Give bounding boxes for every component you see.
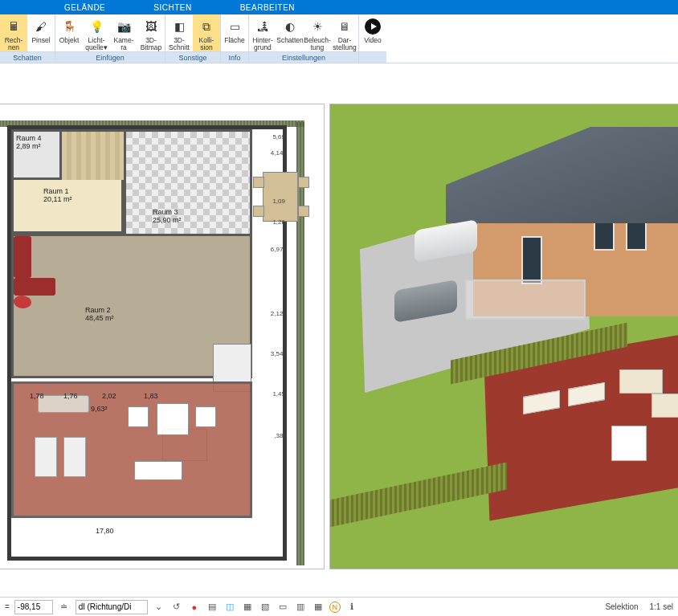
image-icon: 🖼 — [142, 18, 160, 35]
tab-gelaende[interactable]: GELÄNDE — [64, 3, 105, 12]
door-icon — [521, 236, 542, 284]
shadow-icon: ◐ — [281, 18, 299, 35]
info-icon[interactable]: ℹ — [345, 601, 358, 614]
bitmap-button[interactable]: 🖼3D- Bitmap — [137, 14, 165, 51]
sofa-icon — [14, 236, 31, 278]
lichtquelle-button[interactable]: 💡Licht- quelle▾ — [83, 14, 110, 51]
group-label-info: Info — [221, 51, 248, 63]
lighting-icon: ☀ — [308, 18, 326, 35]
main-tab-strip: GELÄNDE SICHTEN BEARBEITEN — [0, 0, 678, 14]
bench-icon — [134, 461, 182, 480]
balcony — [465, 279, 586, 320]
schnitt-button[interactable]: ◧3D- Schnitt — [165, 14, 193, 51]
wire-icon[interactable]: ▦ — [241, 601, 254, 614]
chair-icon — [298, 206, 309, 217]
house-3d — [446, 127, 678, 320]
layers-icon[interactable]: ▤ — [206, 601, 219, 614]
tab-bearbeiten[interactable]: BEARBEITEN — [240, 3, 295, 12]
room-4[interactable] — [14, 132, 62, 180]
sofa-icon — [14, 278, 55, 296]
status-bar: = ≐ ⌄ ↺ ● ▤ ◫ ▦ ▧ ▭ ▥ ▦ N ℹ Selektion 1:… — [0, 597, 678, 616]
window-icon — [626, 220, 647, 251]
video-button[interactable]: Video — [359, 14, 386, 51]
terrace[interactable] — [11, 381, 252, 518]
calculator-icon: 🖩 — [5, 18, 22, 35]
rechnen-button[interactable]: 🖩Rech- nen — [0, 14, 27, 51]
schatten-button[interactable]: ◐Schatten — [276, 14, 304, 51]
history-icon[interactable]: ↺ — [170, 601, 183, 614]
view2-icon[interactable]: ▥ — [294, 601, 307, 614]
staircase-icon — [62, 132, 126, 180]
lightbulb-icon: 💡 — [88, 18, 105, 35]
record-icon[interactable]: ● — [188, 601, 201, 614]
view-2d[interactable]: Raum 4 2,89 m² Raum 1 20,11 m² Raum 3 25… — [0, 104, 325, 569]
status-scale: 1:1 sel — [650, 602, 673, 611]
workspace: Raum 4 2,89 m² Raum 1 20,11 m² Raum 3 25… — [0, 63, 678, 577]
north-icon[interactable]: N — [329, 602, 341, 613]
ribbon-group-einfuegen: 🪑Objekt 💡Licht- quelle▾ 📷Kame- ra 🖼3D- B… — [55, 14, 165, 63]
chair-icon — [298, 177, 309, 188]
view-3d[interactable] — [329, 104, 678, 569]
brush-icon: 🖌 — [32, 18, 50, 35]
patio-chair-3d — [619, 369, 663, 394]
direction-select[interactable] — [76, 600, 148, 614]
tab-sichten[interactable]: SICHTEN — [153, 3, 191, 12]
objekt-button[interactable]: 🪑Objekt — [55, 14, 83, 51]
roof — [446, 127, 678, 223]
ribbon-group-schatten: 🖩Rech- nen 🖌Pinsel Schatten — [0, 14, 55, 63]
group-label-einfuegen: Einfügen — [55, 51, 165, 63]
ribbon-group-sonstige: ◧3D- Schnitt ⧉Kolli- sion Sonstige — [165, 14, 221, 63]
lounger-icon — [63, 437, 86, 477]
group-label-einstellungen: Einstellungen — [249, 51, 358, 63]
kollision-button[interactable]: ⧉Kolli- sion — [193, 14, 220, 51]
window-icon — [594, 220, 615, 251]
beleuchtung-button[interactable]: ☀Beleuch- tung — [304, 14, 331, 51]
flaeche-button[interactable]: ▭Fläche — [221, 14, 248, 51]
darstellung-button[interactable]: 🖥Dar- stellung — [331, 14, 358, 51]
table-3d — [611, 426, 647, 461]
section-icon: ◧ — [170, 18, 188, 35]
pinsel-button[interactable]: 🖌Pinsel — [27, 14, 55, 51]
lounger-icon — [35, 437, 57, 477]
display-icon: 🖥 — [336, 18, 353, 35]
floor-plan: Raum 4 2,89 m² Raum 1 20,11 m² Raum 3 25… — [7, 125, 287, 561]
ribbon-group-video: Video — [359, 14, 386, 63]
patio-chair-icon — [128, 406, 149, 427]
spinner-icon[interactable]: ≐ — [58, 601, 71, 614]
play-icon — [364, 18, 382, 35]
kamera-button[interactable]: 📷Kame- ra — [110, 14, 137, 51]
dimensions: 5,69 4,14² 1,09 1,26 6,97² 2,12² 3,54² 1… — [251, 149, 285, 528]
area-icon: ▭ — [226, 18, 243, 35]
camera-icon: 📷 — [115, 18, 133, 35]
grid-icon[interactable]: ▦ — [312, 601, 325, 614]
view1-icon[interactable]: ▭ — [276, 601, 289, 614]
chevron-down-icon[interactable]: ⌄ — [153, 601, 165, 614]
group-label-sonstige: Sonstige — [165, 51, 220, 63]
status-eq: = — [5, 602, 10, 611]
collision-icon: ⧉ — [198, 18, 215, 35]
room-2[interactable] — [11, 234, 252, 378]
hintergrund-button[interactable]: 🏞Hinter- grund — [249, 14, 276, 51]
patio-chair-icon — [195, 406, 216, 427]
cube-icon[interactable]: ◫ — [223, 601, 236, 614]
ribbon: 🖩Rech- nen 🖌Pinsel Schatten 🪑Objekt 💡Lic… — [0, 14, 678, 63]
group-label-schatten: Schatten — [0, 51, 55, 63]
patio-sofa-3d — [651, 394, 678, 418]
room-1[interactable] — [11, 129, 124, 234]
background-icon: 🏞 — [254, 18, 272, 35]
status-selektion: Selektion — [605, 602, 638, 611]
patio-table-icon — [157, 403, 189, 435]
patio-sofa-icon — [38, 395, 89, 413]
shade-icon[interactable]: ▧ — [259, 601, 272, 614]
value-input[interactable] — [14, 600, 53, 614]
beanbag-icon — [14, 296, 31, 308]
chair-icon: 🪑 — [60, 18, 78, 35]
ribbon-group-einstellungen: 🏞Hinter- grund ◐Schatten ☀Beleuch- tung … — [249, 14, 359, 63]
ribbon-group-info: ▭Fläche Info — [221, 14, 249, 63]
